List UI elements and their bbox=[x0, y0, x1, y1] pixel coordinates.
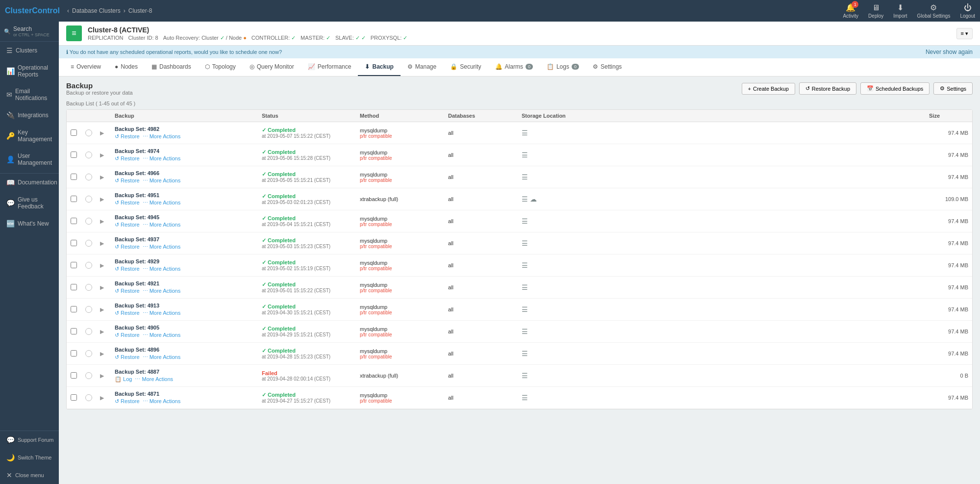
action-more-actions[interactable]: ⋯ More Actions bbox=[143, 398, 181, 405]
tab-settings[interactable]: ⚙ Settings bbox=[586, 58, 628, 76]
expand-icon[interactable]: ▶ bbox=[100, 130, 104, 136]
action-restore[interactable]: ↺ Restore bbox=[115, 222, 140, 228]
tab-query-monitor[interactable]: ◎ Query Monitor bbox=[243, 58, 301, 76]
row-radio[interactable] bbox=[85, 240, 92, 247]
sidebar-item-operational-reports[interactable]: 📊 Operational Reports bbox=[0, 59, 59, 83]
row-checkbox[interactable] bbox=[71, 350, 77, 357]
sidebar-item-documentation[interactable]: 📖 Documentation bbox=[0, 174, 59, 191]
action-restore[interactable]: ↺ Restore bbox=[115, 354, 140, 360]
action-restore[interactable]: ↺ Restore bbox=[115, 266, 140, 272]
action-restore[interactable]: ↺ Restore bbox=[115, 155, 140, 162]
sidebar-item-key-management[interactable]: 🔑 Key Management bbox=[0, 124, 59, 148]
action-more-actions[interactable]: ⋯ More Actions bbox=[143, 354, 181, 360]
logout-nav-item[interactable]: ⏻ Logout bbox=[960, 3, 975, 19]
action-more-actions[interactable]: ⋯ More Actions bbox=[143, 155, 181, 162]
action-restore[interactable]: ↺ Restore bbox=[115, 133, 140, 140]
row-radio[interactable] bbox=[85, 262, 92, 269]
tab-dashboards[interactable]: ▦ Dashboards bbox=[145, 58, 198, 76]
action-more-actions[interactable]: ⋯ More Actions bbox=[143, 178, 181, 184]
row-checkbox[interactable] bbox=[71, 306, 77, 312]
row-checkbox[interactable] bbox=[71, 129, 77, 136]
expand-icon[interactable]: ▶ bbox=[100, 351, 104, 357]
action-more-actions[interactable]: ⋯ More Actions bbox=[143, 200, 181, 206]
sidebar-item-email-notifications[interactable]: ✉ Email Notifications bbox=[0, 83, 59, 106]
import-nav-item[interactable]: ⬇ Import bbox=[893, 3, 907, 19]
sidebar-item-integrations[interactable]: 🔌 Integrations bbox=[0, 106, 59, 124]
expand-icon[interactable]: ▶ bbox=[100, 373, 104, 379]
row-radio[interactable] bbox=[85, 174, 92, 180]
expand-icon[interactable]: ▶ bbox=[100, 262, 104, 268]
row-checkbox[interactable] bbox=[71, 328, 77, 334]
action-more-actions[interactable]: ⋯ More Actions bbox=[143, 244, 181, 250]
expand-icon[interactable]: ▶ bbox=[100, 329, 104, 334]
sidebar-item-user-management[interactable]: 👤 User Management bbox=[0, 148, 59, 171]
expand-icon[interactable]: ▶ bbox=[100, 284, 104, 290]
row-radio[interactable] bbox=[85, 218, 92, 225]
action-log[interactable]: 📋 Log bbox=[115, 376, 132, 382]
row-checkbox[interactable] bbox=[71, 152, 77, 158]
row-radio[interactable] bbox=[85, 152, 92, 158]
sidebar-item-give-feedback[interactable]: 💬 Give us Feedback bbox=[0, 191, 59, 215]
tab-security[interactable]: 🔒 Security bbox=[443, 58, 488, 76]
sidebar-item-clusters[interactable]: ☰ Clusters bbox=[0, 42, 59, 59]
info-bar-dismiss[interactable]: Never show again bbox=[926, 49, 973, 55]
action-restore[interactable]: ↺ Restore bbox=[115, 332, 140, 338]
action-more-actions[interactable]: ⋯ More Actions bbox=[143, 332, 181, 338]
action-more-actions[interactable]: ⋯ More Actions bbox=[135, 376, 173, 382]
breadcrumb-db-clusters[interactable]: Database Clusters bbox=[72, 7, 121, 14]
expand-icon[interactable]: ▶ bbox=[100, 174, 104, 180]
action-more-actions[interactable]: ⋯ More Actions bbox=[143, 222, 181, 228]
search-area[interactable]: 🔍 Search or CTRL + SPACE bbox=[0, 22, 59, 42]
row-radio[interactable] bbox=[85, 372, 92, 379]
cluster-view-toggle[interactable]: ≡ ▾ bbox=[956, 28, 973, 39]
action-restore[interactable]: ↺ Restore bbox=[115, 398, 140, 405]
action-restore[interactable]: ↺ Restore bbox=[115, 310, 140, 316]
row-checkbox[interactable] bbox=[71, 284, 77, 290]
row-radio[interactable] bbox=[85, 394, 92, 401]
row-checkbox[interactable] bbox=[71, 394, 77, 401]
action-more-actions[interactable]: ⋯ More Actions bbox=[143, 310, 181, 316]
row-checkbox[interactable] bbox=[71, 218, 77, 224]
expand-icon[interactable]: ▶ bbox=[100, 395, 104, 401]
global-settings-nav-item[interactable]: ⚙ Global Settings bbox=[917, 3, 951, 19]
action-restore[interactable]: ↺ Restore bbox=[115, 200, 140, 206]
action-more-actions[interactable]: ⋯ More Actions bbox=[143, 133, 181, 140]
tab-manage[interactable]: ⚙ Manage bbox=[401, 58, 443, 76]
row-radio[interactable] bbox=[85, 328, 92, 335]
action-more-actions[interactable]: ⋯ More Actions bbox=[143, 288, 181, 294]
backup-settings-button[interactable]: ⚙ Settings bbox=[933, 82, 973, 95]
sidebar-item-whats-new[interactable]: 🆕 What's New bbox=[0, 215, 59, 232]
support-forum-button[interactable]: 💬 Support Forum bbox=[0, 431, 59, 449]
row-radio[interactable] bbox=[85, 196, 92, 203]
expand-icon[interactable]: ▶ bbox=[100, 152, 104, 158]
row-checkbox[interactable] bbox=[71, 196, 77, 202]
tab-topology[interactable]: ⬡ Topology bbox=[198, 58, 243, 76]
expand-icon[interactable]: ▶ bbox=[100, 218, 104, 224]
row-checkbox[interactable] bbox=[71, 240, 77, 246]
restore-backup-button[interactable]: ↺ Restore Backup bbox=[799, 82, 856, 95]
close-menu-button[interactable]: ✕ Close menu bbox=[0, 466, 59, 484]
row-radio[interactable] bbox=[85, 350, 92, 357]
deploy-nav-item[interactable]: 🖥 Deploy bbox=[868, 3, 883, 19]
tab-backup[interactable]: ⬇ Backup bbox=[358, 58, 400, 76]
tab-performance[interactable]: 📈 Performance bbox=[301, 58, 358, 76]
switch-theme-button[interactable]: 🌙 Switch Theme bbox=[0, 449, 59, 466]
row-radio[interactable] bbox=[85, 129, 92, 136]
tab-logs[interactable]: 📋 Logs 0 bbox=[540, 58, 586, 76]
activity-nav-item[interactable]: 🔔 1 Activity bbox=[843, 3, 858, 19]
action-restore[interactable]: ↺ Restore bbox=[115, 244, 140, 250]
action-restore[interactable]: ↺ Restore bbox=[115, 288, 140, 294]
tab-overview[interactable]: ≡ Overview bbox=[64, 58, 108, 76]
expand-icon[interactable]: ▶ bbox=[100, 196, 104, 202]
action-restore[interactable]: ↺ Restore bbox=[115, 178, 140, 184]
scheduled-backups-button[interactable]: 📅 Scheduled Backups bbox=[860, 82, 930, 95]
tab-alarms[interactable]: 🔔 Alarms 0 bbox=[488, 58, 540, 76]
row-radio[interactable] bbox=[85, 284, 92, 291]
row-checkbox[interactable] bbox=[71, 174, 77, 180]
tab-nodes[interactable]: ● Nodes bbox=[108, 58, 145, 76]
expand-icon[interactable]: ▶ bbox=[100, 306, 104, 312]
row-checkbox[interactable] bbox=[71, 372, 77, 379]
row-radio[interactable] bbox=[85, 306, 92, 313]
action-more-actions[interactable]: ⋯ More Actions bbox=[143, 266, 181, 272]
row-checkbox[interactable] bbox=[71, 262, 77, 268]
